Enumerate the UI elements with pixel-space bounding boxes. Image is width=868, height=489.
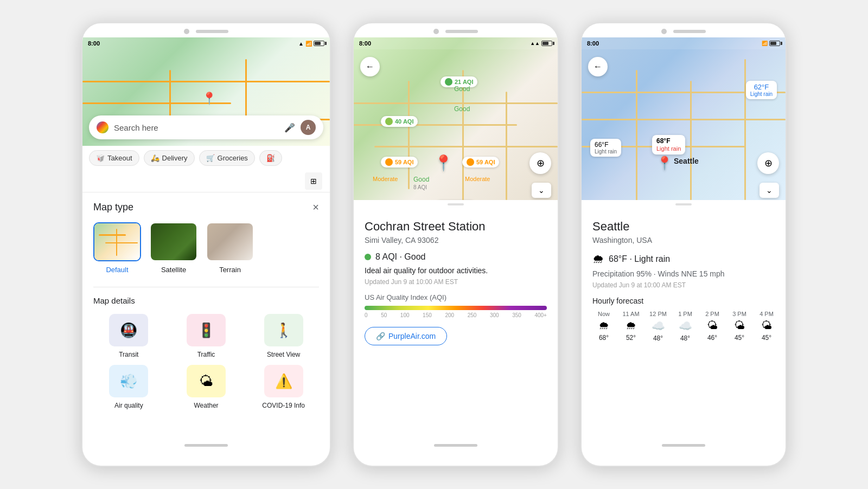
detail-weather[interactable]: 🌤 Weather bbox=[171, 365, 242, 409]
forecast-time-1: 11 AM bbox=[622, 311, 639, 317]
weather-badge-bottom: 66°F Light rain bbox=[590, 139, 621, 157]
location-button-3[interactable]: ⊕ bbox=[757, 152, 779, 174]
map-area-2: 8:00 ▲▲ ← 21 AQI bbox=[354, 37, 558, 200]
map-details-title: Map details bbox=[93, 296, 319, 305]
quality-moderate-1: Moderate bbox=[373, 176, 398, 182]
forecast-2pm: 2 PM 🌤 46° bbox=[701, 311, 724, 342]
map-type-label-default: Default bbox=[106, 266, 128, 274]
updated-text-2: Updated Jun 9 at 10:00 AM EST bbox=[365, 278, 547, 286]
map-type-panel: Map type × Default bbox=[82, 192, 330, 418]
forecast-icon-3: ☁️ bbox=[679, 319, 692, 332]
weather-badge-top: 62°F Light rain bbox=[746, 81, 777, 99]
purpleair-button[interactable]: 🔗 PurpleAir.com bbox=[365, 327, 447, 345]
map-pin-2: 📍 bbox=[434, 154, 453, 172]
detail-traffic[interactable]: 🚦 Traffic bbox=[171, 314, 242, 358]
phone-1-home bbox=[184, 444, 228, 447]
aqi-bar bbox=[365, 306, 547, 310]
quality-good-1: Good bbox=[454, 85, 470, 93]
transit-label: Transit bbox=[119, 351, 138, 358]
groceries-pill[interactable]: 🛒Groceries bbox=[199, 150, 255, 166]
mic-icon[interactable]: 🎤 bbox=[284, 123, 295, 133]
phone-2-top-bar bbox=[354, 23, 558, 37]
road-2-h3 bbox=[374, 146, 558, 147]
forecast-icon-2: ☁️ bbox=[652, 319, 665, 332]
aqi-text: 8 AQI · Good bbox=[375, 252, 426, 262]
quality-moderate-2: Moderate bbox=[465, 176, 490, 182]
takeout-pill[interactable]: 🥡Takeout bbox=[89, 150, 139, 166]
location-name-2: Cochran Street Station bbox=[365, 220, 547, 234]
forecast-time-4: 2 PM bbox=[705, 311, 719, 317]
layers-btn[interactable]: ⊞ bbox=[305, 172, 322, 190]
badge-temp-bottom: 66°F bbox=[595, 141, 608, 149]
covid-label: COVID-19 Info bbox=[262, 402, 305, 409]
map-type-satellite[interactable]: Satellite bbox=[150, 222, 197, 274]
forecast-icon-5: 🌤 bbox=[734, 319, 745, 332]
map-type-default[interactable]: Default bbox=[93, 222, 141, 274]
road-2-h2 bbox=[354, 124, 517, 126]
details-grid: 🚇 Transit 🚦 Traffic 🚶 Street View bbox=[93, 314, 319, 409]
search-bar[interactable]: Search here 🎤 A bbox=[89, 115, 323, 139]
forecast-12pm: 12 PM ☁️ 48° bbox=[647, 311, 669, 342]
hourly-label: Hourly forecast bbox=[592, 297, 775, 305]
road-2-h1 bbox=[354, 102, 558, 104]
phone-3-speaker bbox=[673, 30, 706, 33]
search-input[interactable]: Search here bbox=[114, 123, 279, 132]
delivery-pill[interactable]: 🛵Delivery bbox=[144, 150, 195, 166]
forecast-temp-1: 52° bbox=[626, 334, 636, 342]
forecast-time-6: 4 PM bbox=[760, 311, 774, 317]
road-2-v3 bbox=[506, 92, 507, 200]
map-types-row: Default Satellite Terrain bbox=[93, 222, 319, 274]
hourly-forecast: Now 🌧 68° 11 AM 🌧 52° 12 PM ☁️ 48° bbox=[592, 311, 775, 342]
weather-icon: 🌤 bbox=[187, 365, 226, 397]
detail-airquality[interactable]: 💨 Air quality bbox=[93, 365, 164, 409]
status-time: 8:00 bbox=[88, 40, 100, 47]
forecast-icon-1: 🌧 bbox=[626, 319, 636, 332]
phone-1-speaker bbox=[196, 30, 228, 33]
status-bar-3: 8:00 📶 bbox=[582, 37, 786, 49]
detail-streetview[interactable]: 🚶 Street View bbox=[248, 314, 319, 358]
scroll-dot-2 bbox=[448, 203, 464, 205]
road-3-v2 bbox=[690, 81, 692, 200]
road-h-1 bbox=[82, 81, 330, 82]
map-pin-3: 📍 bbox=[656, 156, 690, 171]
chevron-button-3[interactable]: ⌄ bbox=[760, 183, 779, 198]
scroll-indicator-2 bbox=[354, 200, 558, 209]
weather-precipitation: Precipitation 95% · Winds NNE 15 mph bbox=[592, 269, 775, 278]
location-button-2[interactable]: ⊕ bbox=[529, 152, 551, 174]
weather-label: Weather bbox=[194, 402, 218, 409]
traffic-label: Traffic bbox=[197, 351, 215, 358]
user-avatar[interactable]: A bbox=[301, 120, 316, 135]
map-type-thumb-satellite bbox=[150, 222, 197, 261]
phone-2-content: 8:00 ▲▲ ← 21 AQI bbox=[354, 37, 558, 439]
location-address-3: Washington, USA bbox=[592, 236, 775, 244]
road-3-h2 bbox=[582, 119, 786, 120]
updated-text-3: Updated Jun 9 at 10:00 AM EST bbox=[592, 281, 775, 289]
weather-icon-large: 🌧 bbox=[592, 252, 604, 266]
map-type-terrain[interactable]: Terrain bbox=[206, 222, 254, 274]
chevron-button-2[interactable]: ⌄ bbox=[532, 183, 551, 198]
info-panel-3: Seattle Washington, USA 🌧 68°F · Light r… bbox=[582, 209, 786, 351]
forecast-temp-4: 46° bbox=[707, 334, 717, 342]
phone-2-speaker bbox=[445, 30, 478, 33]
aqi-bubble-2: 40 AQI bbox=[381, 116, 418, 127]
gas-pill[interactable]: ⛽ bbox=[259, 150, 282, 166]
scroll-indicator-3 bbox=[582, 200, 786, 209]
badge-temp-top: 62°F bbox=[754, 83, 769, 91]
map-type-label-satellite: Satellite bbox=[161, 266, 186, 274]
detail-transit[interactable]: 🚇 Transit bbox=[93, 314, 164, 358]
aqi-dot bbox=[365, 254, 371, 260]
detail-covid[interactable]: ⚠️ COVID-19 Info bbox=[248, 365, 319, 409]
aqi-scale: 050100150200250300350400+ bbox=[365, 312, 547, 318]
close-button[interactable]: × bbox=[312, 201, 319, 214]
streetview-label: Street View bbox=[267, 351, 300, 358]
forecast-time-2: 12 PM bbox=[649, 311, 667, 317]
phone-3-top-bar bbox=[582, 23, 786, 37]
weather-row: 🌧 68°F · Light rain bbox=[592, 252, 775, 266]
back-button-3[interactable]: ← bbox=[588, 57, 608, 76]
status-bar-2: 8:00 ▲▲ bbox=[354, 37, 558, 49]
phone-2-home bbox=[434, 444, 477, 447]
back-button-2[interactable]: ← bbox=[360, 57, 380, 76]
forecast-icon-0: 🌧 bbox=[598, 319, 609, 332]
pin-weather-container: 68°F Light rain 📍 bbox=[652, 135, 685, 171]
phone-1-content: 8:00 ▲ 📶 📍 bbox=[82, 37, 330, 439]
